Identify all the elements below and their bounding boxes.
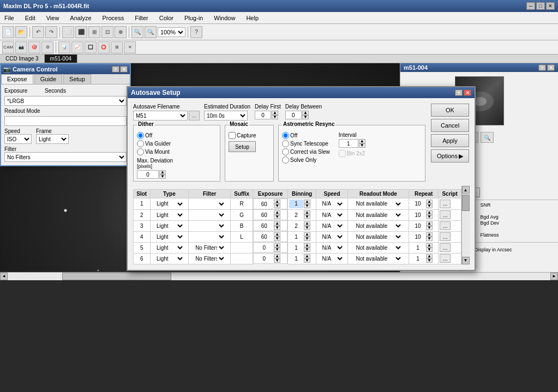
- readout-select-6[interactable]: Not available: [353, 254, 403, 263]
- speed-select-5[interactable]: N/A: [320, 243, 344, 252]
- rep1-down[interactable]: ▼: [426, 204, 433, 208]
- repeat-input-4[interactable]: [410, 232, 425, 241]
- bin1-down[interactable]: ▼: [304, 204, 310, 208]
- filter-select-6[interactable]: No Filters: [193, 254, 226, 263]
- suffix-input-5[interactable]: [233, 243, 250, 252]
- exp4-down[interactable]: ▼: [274, 237, 280, 241]
- exp3-down[interactable]: ▼: [274, 226, 280, 230]
- type-select-3[interactable]: Light: [154, 221, 184, 230]
- filename-select[interactable]: M51: [133, 111, 188, 120]
- repeat-input-2[interactable]: [410, 210, 425, 219]
- bin-input-1[interactable]: [289, 200, 303, 208]
- repeat-input-6[interactable]: [410, 254, 425, 263]
- menu-process[interactable]: Process: [100, 14, 127, 22]
- menu-help[interactable]: Help: [244, 14, 261, 22]
- menu-view[interactable]: View: [44, 14, 62, 22]
- rep6-down[interactable]: ▼: [426, 258, 433, 263]
- filter-select-2[interactable]: [193, 210, 226, 219]
- readout-select-1[interactable]: Not available: [353, 200, 403, 208]
- camera-control-title[interactable]: 📷 Camera Control ? ✕: [1, 64, 130, 74]
- horizontal-scrollbar[interactable]: ◄ ►: [0, 272, 558, 280]
- cc-tab-guide[interactable]: Guide: [34, 74, 62, 84]
- table-scrollbar[interactable]: ▲ ▼: [461, 186, 469, 264]
- readout-select-2[interactable]: Not available: [353, 210, 403, 219]
- bin5-down[interactable]: ▼: [304, 248, 310, 252]
- options-button[interactable]: Options ▶: [431, 149, 469, 162]
- scroll-thumb[interactable]: [462, 195, 470, 211]
- exp6-down[interactable]: ▼: [274, 258, 280, 263]
- zoom-out-button[interactable]: 🔍: [131, 26, 143, 38]
- img-btn-2[interactable]: 📈: [71, 41, 83, 53]
- bin-input-4[interactable]: [289, 232, 303, 241]
- repeat-input-1[interactable]: [410, 200, 425, 208]
- menu-edit[interactable]: Edit: [23, 14, 38, 22]
- menu-file[interactable]: File: [2, 14, 16, 22]
- restore-button[interactable]: □: [536, 2, 545, 10]
- tool-3[interactable]: ⊞: [88, 26, 100, 38]
- max-dev-input[interactable]: [137, 170, 159, 179]
- suffix-input-4[interactable]: [233, 232, 250, 241]
- astro-sync-radio[interactable]: [282, 140, 289, 147]
- bin4-down[interactable]: ▼: [304, 237, 310, 241]
- cc-filter-nofilter-select[interactable]: No Filters: [4, 152, 127, 162]
- tool-5[interactable]: ⊕: [115, 26, 127, 38]
- suffix-input-6[interactable]: [233, 254, 250, 263]
- speed-select-1[interactable]: N/A: [320, 200, 344, 208]
- delay-first-down[interactable]: ▼: [272, 115, 278, 119]
- speed-select-2[interactable]: N/A: [320, 210, 344, 219]
- interval-input[interactable]: [339, 139, 358, 148]
- apply-button[interactable]: Apply: [431, 134, 469, 147]
- dither-mount-radio[interactable]: [137, 148, 144, 155]
- menu-window[interactable]: Window: [212, 14, 237, 22]
- filter-select-1[interactable]: [193, 200, 226, 208]
- bin-input-5[interactable]: [289, 243, 303, 252]
- duration-select[interactable]: 10m 0s: [204, 111, 248, 120]
- cc-tab-expose[interactable]: Expose: [1, 74, 33, 84]
- hscroll-thumb[interactable]: [62, 273, 171, 280]
- filter-select-3[interactable]: [193, 221, 226, 230]
- cc-readout-input[interactable]: [4, 116, 127, 126]
- cam-btn-4[interactable]: ⚙: [41, 41, 53, 53]
- astro-off-radio[interactable]: [282, 132, 289, 139]
- exposure-input-4[interactable]: [255, 232, 273, 241]
- max-dev-down[interactable]: ▼: [159, 174, 166, 179]
- cc-close-button[interactable]: ✕: [120, 66, 128, 73]
- type-select-4[interactable]: Light: [154, 232, 184, 241]
- script-btn-2[interactable]: ...: [440, 210, 451, 219]
- thumb-help-btn[interactable]: ?: [538, 64, 546, 71]
- rep3-down[interactable]: ▼: [426, 226, 433, 230]
- tool-4[interactable]: ⊡: [101, 26, 113, 38]
- open-button[interactable]: 📂: [15, 26, 27, 38]
- delay-first-input[interactable]: [255, 111, 271, 119]
- tab-m51[interactable]: m51-004: [45, 55, 77, 63]
- img-btn-6[interactable]: ✕: [124, 41, 136, 53]
- img-btn-1[interactable]: 📊: [58, 41, 70, 53]
- astro-solve-radio[interactable]: [282, 156, 289, 164]
- cam-btn-1[interactable]: CAM: [2, 41, 14, 53]
- help-toolbar-button[interactable]: ?: [190, 26, 202, 38]
- exp2-down[interactable]: ▼: [274, 215, 280, 219]
- tool-2[interactable]: ⬛: [75, 26, 87, 38]
- suffix-input-1[interactable]: [233, 200, 250, 208]
- exp1-down[interactable]: ▼: [274, 204, 280, 208]
- bin-input-3[interactable]: [289, 221, 303, 230]
- script-btn-3[interactable]: ...: [440, 221, 451, 230]
- img-btn-5[interactable]: ⊞: [111, 41, 123, 53]
- bin3-down[interactable]: ▼: [304, 226, 310, 230]
- tab-ccd-image-3[interactable]: CCD Image 3: [0, 55, 45, 63]
- script-btn-6[interactable]: ...: [440, 254, 451, 263]
- img-btn-4[interactable]: ⭕: [98, 41, 110, 53]
- cc-filter-select[interactable]: *LRGB: [4, 96, 127, 106]
- thumb-close-btn[interactable]: ✕: [547, 64, 555, 71]
- scroll-down-btn[interactable]: ▼: [462, 257, 470, 264]
- readout-select-3[interactable]: Not available: [353, 221, 403, 230]
- exp5-down[interactable]: ▼: [274, 248, 280, 252]
- img-btn-3[interactable]: 🔲: [85, 41, 97, 53]
- script-btn-4[interactable]: ...: [440, 232, 451, 241]
- tool-1[interactable]: ⬜: [62, 26, 74, 38]
- autosave-close-btn[interactable]: ✕: [464, 89, 471, 96]
- interval-down[interactable]: ▼: [359, 143, 365, 148]
- ok-button[interactable]: OK: [431, 104, 469, 117]
- cam-btn-3[interactable]: 🎯: [28, 41, 40, 53]
- cancel-button[interactable]: Cancel: [431, 119, 469, 132]
